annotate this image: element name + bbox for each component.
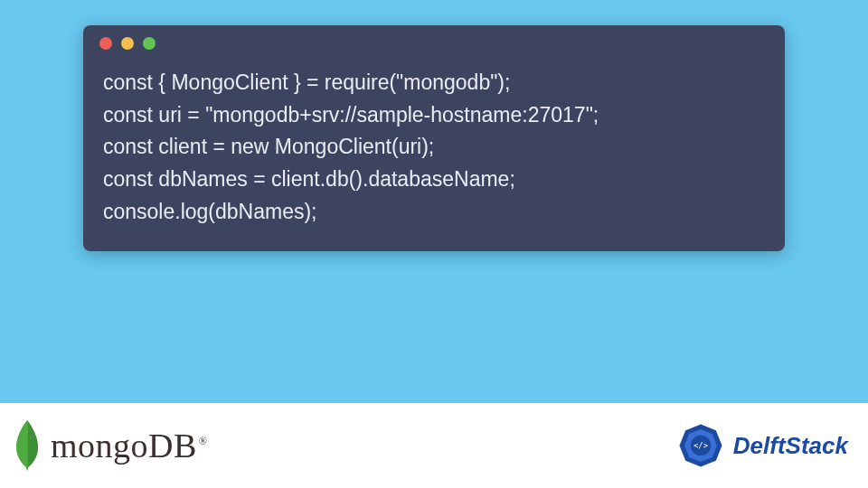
code-window: const { MongoClient } = require("mongodb… (83, 25, 785, 251)
code-line: const client = new MongoClient(uri); (103, 135, 434, 158)
close-icon[interactable] (99, 37, 112, 50)
window-titlebar (83, 25, 785, 61)
zoom-icon[interactable] (143, 37, 156, 50)
trademark-symbol: ® (199, 435, 208, 447)
minimize-icon[interactable] (121, 37, 134, 50)
svg-text:</>: </> (693, 441, 708, 450)
code-line: const uri = "mongodb+srv://sample-hostna… (103, 103, 599, 127)
code-line: console.log(dbNames); (103, 200, 317, 223)
footer-bar: mongoDB® </> DelftStack (0, 403, 868, 488)
delftstack-badge-icon: </> (675, 420, 726, 471)
delftstack-logo: </> DelftStack (675, 420, 848, 471)
code-block: const { MongoClient } = require("mongodb… (83, 61, 785, 251)
code-line: const { MongoClient } = require("mongodb… (103, 70, 510, 94)
mongodb-wordmark: mongoDB® (51, 426, 207, 465)
mongodb-logo: mongoDB® (9, 418, 207, 473)
delftstack-wordmark: DelftStack (733, 432, 848, 460)
code-line: const dbNames = client.db().databaseName… (103, 167, 515, 191)
mongodb-leaf-icon (9, 418, 45, 473)
